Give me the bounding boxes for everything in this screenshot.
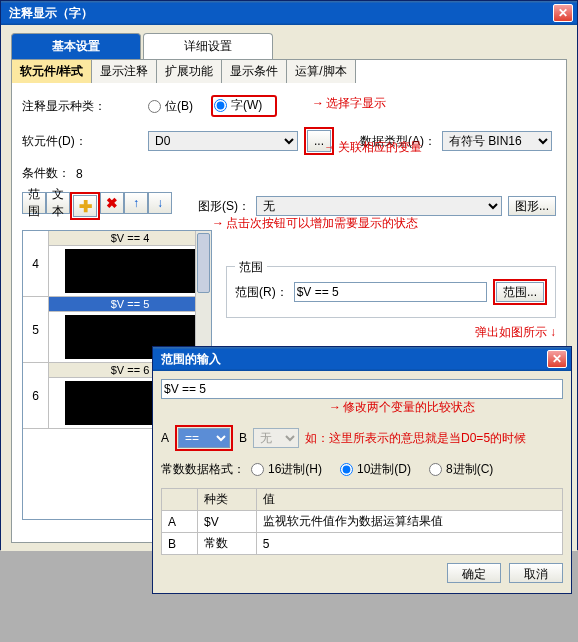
device-label: 软元件(D)： xyxy=(22,133,142,150)
device-combo[interactable]: D0 xyxy=(148,131,298,151)
radio-hex[interactable]: 16进制(H) xyxy=(251,461,322,478)
radio-bit[interactable]: 位(B) xyxy=(148,98,193,115)
cond-count-label: 条件数： xyxy=(22,165,70,182)
range-legend: 范围 xyxy=(235,259,267,276)
state-4-image[interactable] xyxy=(65,249,195,293)
datatype-label: 数据类型(A)： xyxy=(360,133,436,150)
sub-close-icon[interactable]: ✕ xyxy=(547,350,567,368)
main-title: 注释显示（字） xyxy=(5,5,553,22)
operand-b-label: B xyxy=(239,431,247,445)
display-kind-label: 注释显示种类： xyxy=(22,98,142,115)
operator-combo[interactable]: == xyxy=(178,428,230,448)
range-input-dialog: 范围的输入 ✕ 修改两个变量的比较状态 A == B 无 如：这里所表示的意思就… xyxy=(152,346,572,594)
range-button[interactable]: 范围... xyxy=(496,282,544,302)
cross-icon: ✖ xyxy=(106,195,118,211)
state-4-index: 4 xyxy=(23,231,49,296)
b-value-combo: 无 xyxy=(253,428,299,448)
device-browse-button[interactable]: ... xyxy=(307,130,331,152)
close-icon[interactable]: ✕ xyxy=(553,4,573,22)
tab-extension[interactable]: 扩展功能 xyxy=(157,60,222,83)
tab-condition[interactable]: 显示条件 xyxy=(222,60,287,83)
operand-a-label: A xyxy=(161,431,169,445)
annot-meaning: 如：这里所表示的意思就是当D0=5的时候 xyxy=(305,430,526,447)
state-4-header[interactable]: $V == 4 xyxy=(49,231,211,246)
sub-title: 范围的输入 xyxy=(157,351,547,368)
radio-dec[interactable]: 10进制(D) xyxy=(340,461,411,478)
th-kind: 种类 xyxy=(198,489,257,511)
shape-combo[interactable]: 无 xyxy=(256,196,502,216)
move-down-button[interactable]: ↓ xyxy=(148,192,172,214)
shape-label: 图形(S)： xyxy=(198,198,250,215)
state-5-index: 5 xyxy=(23,297,49,362)
cancel-button[interactable]: 取消 xyxy=(509,563,563,583)
table-row: B常数5 xyxy=(162,533,563,555)
range-input[interactable] xyxy=(294,282,487,302)
tab-comment[interactable]: 显示注释 xyxy=(92,60,157,83)
expr-input[interactable] xyxy=(161,379,563,399)
radio-oct[interactable]: 8进制(C) xyxy=(429,461,493,478)
arrow-up-icon: ↑ xyxy=(133,196,139,210)
tab-script[interactable]: 运算/脚本 xyxy=(287,60,355,83)
tab-basic[interactable]: 基本设置 xyxy=(11,33,141,59)
state-6-index: 6 xyxy=(23,363,49,428)
state-5-header[interactable]: $V == 5 xyxy=(49,297,211,312)
plus-icon: ✚ xyxy=(79,197,92,216)
annot-popup: 弹出如图所示 ↓ xyxy=(226,324,556,341)
operand-table: 种类值 A$V监视软元件值作为数据运算结果值 B常数5 xyxy=(161,488,563,555)
range-groupbox: 范围 范围(R)： 范围... xyxy=(226,266,556,318)
add-button[interactable]: ✚ xyxy=(73,195,97,217)
scrollbar-thumb[interactable] xyxy=(197,233,210,293)
annot-compare: 修改两个变量的比较状态 xyxy=(329,399,475,416)
datatype-combo[interactable]: 有符号 BIN16 xyxy=(442,131,552,151)
radio-word[interactable]: 字(W) xyxy=(214,97,262,114)
btn-range[interactable]: 范围 xyxy=(22,192,46,214)
tab-style[interactable]: 软元件/样式 xyxy=(12,60,92,83)
move-up-button[interactable]: ↑ xyxy=(124,192,148,214)
btn-text[interactable]: 文本 xyxy=(46,192,70,214)
delete-button[interactable]: ✖ xyxy=(100,192,124,214)
const-format-label: 常数数据格式： xyxy=(161,461,245,478)
main-titlebar[interactable]: 注释显示（字） ✕ xyxy=(1,1,577,25)
table-row: A$V监视软元件值作为数据运算结果值 xyxy=(162,511,563,533)
tab-detail[interactable]: 详细设置 xyxy=(143,33,273,59)
ok-button[interactable]: 确定 xyxy=(447,563,501,583)
shape-button[interactable]: 图形... xyxy=(508,196,556,216)
cond-count-value: 8 xyxy=(76,167,83,181)
th-value: 值 xyxy=(256,489,562,511)
sub-titlebar[interactable]: 范围的输入 ✕ xyxy=(153,347,571,371)
arrow-down-icon: ↓ xyxy=(157,196,163,210)
range-label: 范围(R)： xyxy=(235,284,288,301)
